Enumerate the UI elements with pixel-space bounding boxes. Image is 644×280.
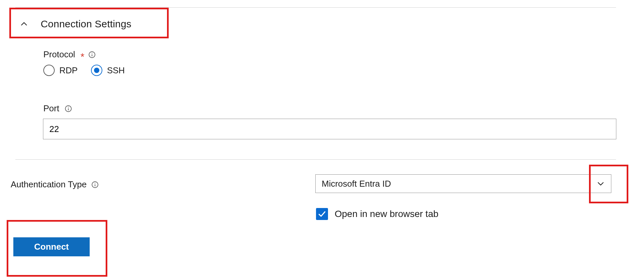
svg-point-5	[68, 107, 69, 107]
protocol-radio-rdp[interactable]: RDP	[43, 65, 78, 76]
section-title: Connection Settings	[41, 18, 131, 30]
open-new-tab-label: Open in new browser tab	[335, 209, 438, 219]
protocol-radio-ssh-label: SSH	[107, 65, 125, 76]
port-input[interactable]	[43, 119, 616, 139]
required-asterisk: *	[80, 53, 84, 61]
chevron-up-icon	[19, 19, 29, 29]
info-icon[interactable]	[88, 50, 96, 59]
protocol-radio-group: RDP SSH	[43, 65, 125, 76]
protocol-label-row: Protocol *	[43, 49, 96, 60]
section-divider-top	[15, 7, 616, 8]
auth-type-label: Authentication Type	[11, 179, 87, 190]
radio-circle-icon	[43, 65, 55, 76]
port-label-row: Port	[43, 103, 73, 114]
port-label: Port	[43, 103, 59, 114]
svg-point-8	[95, 183, 95, 183]
svg-point-2	[92, 53, 92, 53]
auth-type-selected-value: Microsoft Entra ID	[322, 179, 391, 189]
radio-circle-icon	[91, 65, 102, 76]
open-new-tab-row: Open in new browser tab	[316, 208, 438, 220]
section-divider-mid	[15, 159, 616, 160]
info-icon[interactable]	[91, 180, 99, 189]
open-new-tab-checkbox[interactable]	[316, 208, 328, 220]
auth-type-label-row: Authentication Type	[11, 179, 99, 190]
auth-type-select[interactable]: Microsoft Entra ID	[315, 174, 611, 193]
connect-button[interactable]: Connect	[13, 237, 90, 256]
connection-settings-toggle[interactable]: Connection Settings	[19, 18, 131, 30]
protocol-label: Protocol	[43, 49, 75, 60]
protocol-radio-ssh[interactable]: SSH	[91, 65, 125, 76]
info-icon[interactable]	[64, 104, 73, 113]
chevron-down-icon	[596, 179, 605, 188]
protocol-radio-rdp-label: RDP	[59, 65, 78, 76]
